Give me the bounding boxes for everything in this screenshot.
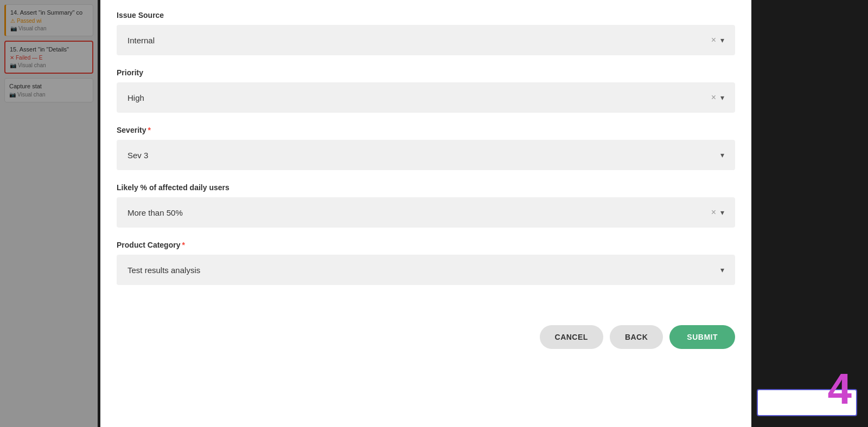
severity-value: Sev 3 <box>127 151 720 160</box>
priority-select[interactable]: High × ▾ <box>117 82 735 113</box>
severity-select[interactable]: Sev 3 ▾ <box>117 140 735 170</box>
likely-pct-select[interactable]: More than 50% × ▾ <box>117 197 735 228</box>
severity-field-group: Severity * Sev 3 ▾ <box>117 126 735 170</box>
modal-content: Issue Source Internal × ▾ Priority High … <box>100 0 751 314</box>
submit-button[interactable]: SUBMIT <box>669 325 735 349</box>
cancel-button[interactable]: CANCEL <box>540 325 603 349</box>
severity-chevron-icon: ▾ <box>720 151 724 159</box>
product-category-actions: ▾ <box>720 266 724 274</box>
priority-value: High <box>127 93 711 102</box>
issue-source-actions: × ▾ <box>711 36 724 44</box>
likely-pct-clear-button[interactable]: × <box>711 208 716 217</box>
product-category-select[interactable]: Test results analysis ▾ <box>117 255 735 285</box>
back-button[interactable]: BACK <box>610 325 663 349</box>
severity-actions: ▾ <box>720 151 724 159</box>
issue-source-value: Internal <box>127 36 711 45</box>
step-number: 4 <box>828 367 852 411</box>
priority-actions: × ▾ <box>711 93 724 102</box>
priority-field-group: Priority High × ▾ <box>117 68 735 113</box>
product-category-required-marker: * <box>182 241 184 249</box>
product-category-value: Test results analysis <box>127 266 720 275</box>
modal-footer: CANCEL BACK SUBMIT <box>100 314 751 360</box>
modal-dialog: Issue Source Internal × ▾ Priority High … <box>100 0 751 427</box>
issue-source-label: Issue Source <box>117 11 735 20</box>
product-category-label: Product Category * <box>117 241 735 249</box>
likely-pct-label: Likely % of affected daily users <box>117 183 735 192</box>
priority-label: Priority <box>117 68 735 77</box>
severity-required-marker: * <box>148 126 150 134</box>
priority-chevron-icon: ▾ <box>720 93 724 102</box>
severity-label: Severity * <box>117 126 735 134</box>
likely-pct-field-group: Likely % of affected daily users More th… <box>117 183 735 228</box>
product-category-field-group: Product Category * Test results analysis… <box>117 241 735 285</box>
right-dark-panel <box>751 0 868 427</box>
issue-source-field-group: Issue Source Internal × ▾ <box>117 11 735 55</box>
issue-source-clear-button[interactable]: × <box>711 36 716 44</box>
product-category-chevron-icon: ▾ <box>720 266 724 274</box>
priority-clear-button[interactable]: × <box>711 93 716 102</box>
likely-pct-value: More than 50% <box>127 208 711 217</box>
issue-source-select[interactable]: Internal × ▾ <box>117 25 735 55</box>
likely-pct-chevron-icon: ▾ <box>720 208 724 217</box>
likely-pct-actions: × ▾ <box>711 208 724 217</box>
issue-source-chevron-icon: ▾ <box>720 36 724 44</box>
